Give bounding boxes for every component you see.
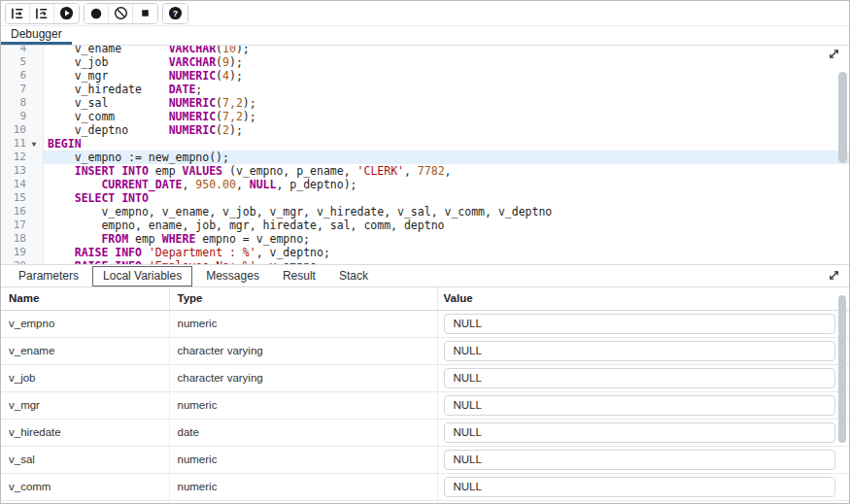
line-number[interactable]: 4 xyxy=(1,46,26,55)
line-gutter[interactable]: 4 xyxy=(1,46,44,55)
line-number[interactable]: 6 xyxy=(1,69,26,83)
panel-expand-button[interactable] xyxy=(826,269,841,285)
line-number[interactable]: 16 xyxy=(1,205,26,218)
line-gutter[interactable]: 8 xyxy=(1,96,44,110)
line-gutter[interactable]: 6 xyxy=(1,69,44,83)
code-line[interactable]: 6 v_mgr NUMERIC(4); xyxy=(1,69,849,83)
code-line[interactable]: 13 INSERT INTO emp VALUES (v_empno, p_en… xyxy=(1,164,849,178)
line-number[interactable]: 8 xyxy=(1,96,26,110)
code-line[interactable]: 18 FROM emp WHERE empno = v_empno; xyxy=(1,232,849,246)
code-line[interactable]: 11▼BEGIN xyxy=(1,137,849,151)
line-gutter[interactable]: 16 xyxy=(1,205,44,218)
code-line-text[interactable]: INSERT INTO emp VALUES (v_empno, p_ename… xyxy=(44,164,849,178)
tab-local-variables[interactable]: Local Variables xyxy=(92,266,192,286)
tab-parameters[interactable]: Parameters xyxy=(9,264,88,287)
code-line[interactable]: 15 SELECT INTO xyxy=(1,191,849,205)
line-number[interactable]: 13 xyxy=(1,164,26,178)
line-gutter[interactable]: 14 xyxy=(1,178,44,191)
code-line[interactable]: 5 v_job VARCHAR(9); xyxy=(1,55,849,69)
column-header-name[interactable]: Name xyxy=(1,287,169,310)
code-line[interactable]: 9 v_comm NUMERIC(7,2); xyxy=(1,110,849,123)
line-gutter[interactable]: 11▼ xyxy=(1,137,44,151)
variable-value-input[interactable] xyxy=(444,368,835,388)
variable-value-input[interactable] xyxy=(444,477,835,497)
editor-expand-button[interactable] xyxy=(826,48,841,63)
tab-debugger[interactable]: Debugger xyxy=(1,26,72,45)
fold-gutter xyxy=(26,246,42,259)
code-line-text[interactable]: v_mgr NUMERIC(4); xyxy=(44,69,849,83)
help-button[interactable]: ? xyxy=(163,4,187,23)
line-gutter[interactable]: 15 xyxy=(1,191,44,205)
step-over-button[interactable] xyxy=(30,4,54,23)
code-line-text[interactable]: v_hiredate DATE; xyxy=(44,83,849,96)
code-line-text[interactable]: SELECT INTO xyxy=(44,191,849,205)
line-number[interactable]: 11 xyxy=(1,137,26,151)
code-line-text[interactable]: v_comm NUMERIC(7,2); xyxy=(44,110,849,123)
toggle-breakpoint-button[interactable] xyxy=(85,4,109,23)
code-line-text[interactable]: RAISE INFO 'Department : %', v_deptno; xyxy=(44,246,849,259)
line-number[interactable]: 14 xyxy=(1,178,26,191)
line-number[interactable]: 18 xyxy=(1,232,26,246)
code-line-text[interactable]: v_empno, v_ename, v_job, v_mgr, v_hireda… xyxy=(44,205,849,218)
editor-scrollbar[interactable] xyxy=(837,46,848,264)
variable-value-input[interactable] xyxy=(444,422,835,443)
line-number[interactable]: 17 xyxy=(1,218,26,232)
panel-scrollbar-thumb[interactable] xyxy=(838,295,846,443)
code-line[interactable]: 17 empno, ename, job, mgr, hiredate, sal… xyxy=(1,218,849,232)
variable-type-cell: numeric xyxy=(169,310,437,337)
continue-button[interactable] xyxy=(54,4,79,23)
code-line[interactable]: 12 v_empno := new_empno(); xyxy=(1,151,849,164)
column-header-value[interactable]: Value xyxy=(437,287,849,310)
variable-type-cell: numeric xyxy=(169,391,437,419)
line-gutter[interactable]: 10 xyxy=(1,123,44,137)
line-gutter[interactable]: 19 xyxy=(1,246,44,259)
line-gutter[interactable]: 13 xyxy=(1,164,44,178)
tab-stack[interactable]: Stack xyxy=(329,264,378,287)
variable-value-input[interactable] xyxy=(444,395,835,416)
code-line-text[interactable]: v_job VARCHAR(9); xyxy=(44,55,849,69)
code-line[interactable]: 16 v_empno, v_ename, v_job, v_mgr, v_hir… xyxy=(1,205,849,218)
line-number[interactable]: 5 xyxy=(1,55,26,69)
fold-arrow-icon[interactable]: ▼ xyxy=(26,137,42,151)
editor-scrollbar-thumb[interactable] xyxy=(838,72,847,163)
column-header-type[interactable]: Type xyxy=(169,287,437,310)
line-gutter[interactable]: 12 xyxy=(1,151,44,164)
code-line[interactable]: 7 v_hiredate DATE; xyxy=(1,83,849,96)
code-line[interactable]: 4 v_ename VARCHAR(10); xyxy=(1,46,849,55)
line-number[interactable]: 10 xyxy=(1,123,26,137)
code-line-text[interactable]: v_ename VARCHAR(10); xyxy=(44,46,849,55)
code-line[interactable]: 19 RAISE INFO 'Department : %', v_deptno… xyxy=(1,246,849,259)
stop-button[interactable] xyxy=(133,4,157,23)
code-line-text[interactable]: CURRENT_DATE, 950.00, NULL, p_deptno); xyxy=(44,178,849,191)
panel-scrollbar[interactable] xyxy=(837,287,847,503)
line-gutter[interactable]: 18 xyxy=(1,232,44,246)
line-gutter[interactable]: 5 xyxy=(1,55,44,69)
code-line-text[interactable]: BEGIN xyxy=(44,137,849,151)
line-number[interactable]: 19 xyxy=(1,246,26,259)
code-line-text[interactable]: empno, ename, job, mgr, hiredate, sal, c… xyxy=(44,218,849,232)
variable-value-input[interactable] xyxy=(444,450,835,470)
variable-type-cell: numeric xyxy=(169,473,437,500)
variable-value-input[interactable] xyxy=(444,341,835,361)
clear-breakpoints-button[interactable] xyxy=(109,4,133,23)
line-gutter[interactable]: 9 xyxy=(1,110,44,123)
line-number[interactable]: 9 xyxy=(1,110,26,123)
line-number[interactable]: 7 xyxy=(1,83,26,96)
tab-messages[interactable]: Messages xyxy=(196,264,269,287)
code-line[interactable]: 8 v_sal NUMERIC(7,2); xyxy=(1,96,849,110)
code-line-text[interactable]: v_deptno NUMERIC(2); xyxy=(44,123,849,137)
line-number[interactable]: 15 xyxy=(1,191,26,205)
line-gutter[interactable]: 17 xyxy=(1,218,44,232)
line-gutter[interactable]: 7 xyxy=(1,83,44,96)
fold-gutter xyxy=(26,96,42,110)
code-line[interactable]: 14 CURRENT_DATE, 950.00, NULL, p_deptno)… xyxy=(1,178,849,191)
code-line[interactable]: 10 v_deptno NUMERIC(2); xyxy=(1,123,849,137)
step-into-button[interactable] xyxy=(6,4,30,23)
code-line-text[interactable]: v_empno := new_empno(); xyxy=(44,151,849,164)
line-number[interactable]: 12 xyxy=(1,151,26,164)
code-line-text[interactable]: v_sal NUMERIC(7,2); xyxy=(44,96,849,110)
code-editor[interactable]: 4 v_ename VARCHAR(10);5 v_job VARCHAR(9)… xyxy=(1,46,849,264)
tab-result[interactable]: Result xyxy=(273,264,325,287)
variable-value-input[interactable] xyxy=(444,314,835,334)
code-line-text[interactable]: FROM emp WHERE empno = v_empno; xyxy=(44,232,849,246)
